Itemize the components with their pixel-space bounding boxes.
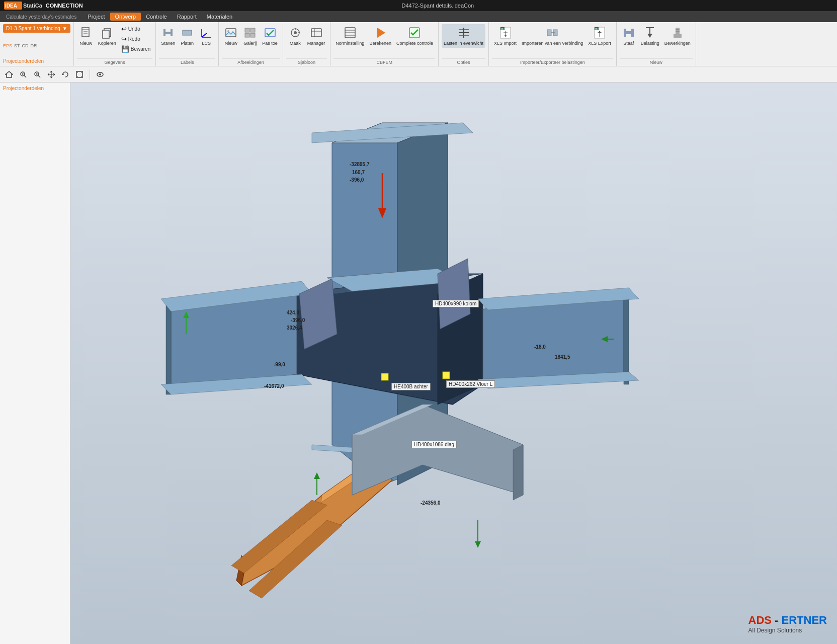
menu-item-rapport[interactable]: Rapport — [172, 13, 202, 21]
sjabloon-label: Sjabloon — [286, 58, 327, 65]
norminstelling-icon — [343, 26, 357, 40]
svg-rect-64 — [674, 34, 682, 38]
afbeeldingen-label: Afbeeldingen — [222, 58, 280, 65]
importeren-van-button[interactable]: Importeren van een verbinding — [520, 24, 585, 48]
belasting-icon — [643, 26, 657, 40]
svg-rect-7 — [103, 30, 109, 38]
bewerkingen-button[interactable]: Bewerkingen — [662, 24, 693, 48]
svg-rect-63 — [676, 28, 680, 35]
galerij-button[interactable]: Galerij — [241, 24, 259, 48]
undo-button[interactable]: ↩ Undo — [119, 24, 152, 34]
lasten-evenwicht-label: Lasten in evenwicht — [444, 41, 483, 46]
nieuw-button[interactable]: Nieuw — [77, 24, 95, 48]
svg-text:IDEA: IDEA — [5, 3, 17, 9]
svg-rect-130 — [787, 618, 788, 618]
svg-marker-100 — [624, 294, 629, 384]
svg-rect-126 — [772, 614, 804, 634]
staaf-label: Staaf — [623, 41, 634, 46]
svg-rect-129 — [786, 618, 787, 619]
importeren-van-icon — [545, 26, 559, 40]
pas-toe-icon — [263, 26, 277, 40]
menu-item-controle[interactable]: Controle — [141, 13, 172, 21]
xls-export-button[interactable]: XLS XLS Export — [586, 24, 613, 48]
staaf-button[interactable]: Staaf — [620, 24, 638, 48]
svg-rect-152 — [797, 623, 797, 623]
berekenen-button[interactable]: Berekenen — [367, 24, 393, 48]
tag-st[interactable]: ST — [14, 43, 20, 48]
svg-rect-141 — [778, 624, 779, 625]
fit-button[interactable] — [73, 68, 86, 80]
tag-eps[interactable]: EPS — [3, 43, 12, 48]
berekenen-label: Berekenen — [369, 41, 391, 46]
redo-button[interactable]: ↪ Redo — [119, 34, 152, 44]
complete-controle-button[interactable]: Complete controle — [394, 24, 435, 48]
svg-rect-127 — [786, 618, 786, 618]
svg-rect-131 — [790, 617, 790, 618]
pas-toe-label: Pas toe — [262, 41, 278, 46]
redo-icon: ↪ — [121, 35, 127, 43]
svg-rect-47 — [547, 30, 551, 36]
pas-toe-button[interactable]: Pas toe — [260, 24, 280, 48]
manager-button[interactable]: Manager — [305, 24, 327, 48]
tag-dr[interactable]: DR — [31, 43, 37, 48]
undo-label: Undo — [128, 26, 140, 32]
lcs-button[interactable]: LCS — [197, 24, 215, 48]
svg-rect-148 — [780, 618, 780, 619]
svg-rect-124 — [381, 373, 388, 380]
belasting-button[interactable]: Belasting — [639, 24, 661, 48]
kopieren-label: Kopiëren — [98, 41, 116, 46]
menu-item-ontwerp[interactable]: Ontwerp — [110, 13, 141, 21]
norminstelling-button[interactable]: Norminstelling — [333, 24, 366, 48]
ribbon-labels-group: Staven Platen LCS Labels — [156, 22, 219, 66]
title-bar: IDEA StatiCa | CONNECTION D4472-Spant de… — [0, 0, 837, 11]
undo-redo-stack: ↩ Undo ↪ Redo 💾 Bewaren — [119, 24, 152, 54]
svg-marker-110 — [513, 445, 523, 500]
bewaren-button[interactable]: 💾 Bewaren — [119, 44, 152, 54]
svg-rect-151 — [796, 622, 796, 622]
projectonderdelen-link[interactable]: Projectonderdelen — [3, 86, 67, 91]
zoom-area-button[interactable] — [17, 68, 29, 80]
nieuw2-button[interactable]: Nieuw — [222, 24, 240, 48]
complete-controle-icon — [407, 26, 422, 40]
viewport[interactable]: HD400x990 kolom HD400x262 Vloer L HE400B… — [70, 83, 837, 644]
project-link[interactable]: Projectonderdelen — [3, 58, 70, 64]
nieuw-group-label: Nieuw — [620, 58, 693, 65]
ribbon-sjabloon-group: Maak Manager Sjabloon — [283, 22, 331, 66]
tag-cd[interactable]: CD — [22, 43, 29, 48]
svg-marker-35 — [377, 28, 385, 38]
cbfem-content: Norminstelling Berekenen Complete contro… — [333, 24, 435, 57]
redo-label: Redo — [128, 36, 140, 42]
sidebar: Projectonderdelen — [0, 83, 70, 644]
menu-item-materialen[interactable]: Materialen — [202, 13, 237, 21]
nieuw2-icon — [224, 26, 238, 40]
svg-rect-140 — [778, 621, 779, 622]
main-area: Projectonderdelen — [0, 83, 837, 644]
importeer-label: Importeer/Exporteer belastingen — [492, 58, 613, 65]
ribbon-cbfem-group: Norminstelling Berekenen Complete contro… — [330, 22, 439, 66]
svg-marker-67 — [6, 71, 13, 77]
svg-point-23 — [294, 31, 297, 34]
maak-button[interactable]: Maak — [286, 24, 304, 48]
rotate-button[interactable] — [59, 68, 71, 80]
visibility-button[interactable] — [94, 68, 106, 80]
kopieren-button[interactable]: Kopiëren — [96, 24, 118, 48]
sjabloon-content: Maak Manager — [286, 24, 327, 57]
project-dropdown-btn[interactable]: D1-3 Spant 1 verbinding ▼ — [3, 24, 70, 33]
staven-button[interactable]: Staven — [159, 24, 177, 48]
maak-label: Maak — [290, 41, 301, 46]
ribbon-nieuw-group: Staaf Belasting Bewerkingen Nieuw — [617, 22, 696, 66]
pan-button[interactable] — [45, 68, 57, 80]
home-button[interactable] — [3, 68, 15, 80]
lasten-evenwicht-button[interactable]: Lasten in evenwicht — [442, 24, 485, 48]
app-title: D4472-Spant details.ideaCon — [402, 3, 474, 9]
platen-button[interactable]: Platen — [178, 24, 196, 48]
lasten-evenwicht-icon — [457, 26, 471, 40]
nieuw-content: Staaf Belasting Bewerkingen — [620, 24, 693, 57]
xls-import-button[interactable]: XLS XLS Import — [492, 24, 519, 48]
menu-item-project[interactable]: Project — [82, 13, 110, 21]
ribbon-importeer-group: XLS XLS Import Importeren van een verbin… — [489, 22, 617, 66]
svg-rect-149 — [781, 619, 781, 619]
importeren-van-label: Importeren van een verbinding — [522, 41, 583, 46]
zoom-in-button[interactable] — [31, 68, 43, 80]
svg-rect-147 — [793, 620, 794, 620]
